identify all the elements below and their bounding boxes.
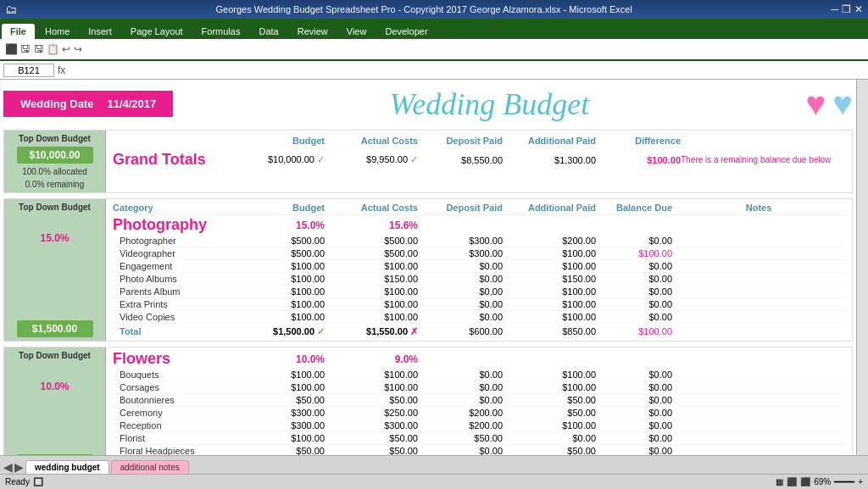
header-deposit-col: Deposit Paid — [418, 136, 503, 146]
view-layout-icon[interactable]: ⬛ — [787, 477, 797, 486]
grand-total-difference-val: $100.00 — [596, 155, 681, 165]
ready-status: Ready — [5, 477, 30, 486]
photo-header-balance: Balance Due — [596, 203, 672, 213]
header-budget-col: Budget — [240, 136, 325, 146]
formula-input[interactable] — [69, 65, 865, 75]
zoom-level: 69% — [814, 477, 831, 486]
photo-header-notes: Notes — [672, 203, 845, 213]
flowers-percentage: 10.0% — [40, 381, 69, 392]
photo-row-video-copies: Video Copies $100.00 $100.00 $0.00 $100.… — [113, 311, 845, 324]
grand-total-actual-val: $9,950.00✓ — [325, 154, 418, 165]
budget-check-icon: ✓ — [317, 154, 325, 164]
flowers-section: Top Down Budget 10.0% $1,000.00 Flowers … — [3, 347, 853, 455]
ribbon-tabs: File Home Insert Page Layout Formulas Da… — [0, 19, 868, 39]
flowers-row-reception: Reception $300.00 $300.00 $200.00 $100.0… — [113, 420, 845, 432]
grand-totals-name: Grand Totals — [113, 151, 240, 169]
flowers-row-corsages: Corsages $100.00 $100.00 $0.00 $100.00 $… — [113, 381, 845, 394]
flowers-left-panel: Top Down Budget 10.0% $1,000.00 — [4, 347, 106, 455]
photography-right-panel: Category Budget Actual Costs Deposit Pai… — [106, 199, 852, 341]
view-pagebreak-icon[interactable]: ⬛ — [800, 477, 810, 486]
photography-pct-actual: 15.6% — [325, 219, 418, 231]
restore-icon[interactable]: ❐ — [842, 3, 851, 15]
grand-total-budget-val: $10,000.00✓ — [240, 154, 325, 165]
grand-total-data-row: Grand Totals $10,000.00✓ $9,950.00✓ $8,5… — [113, 149, 845, 170]
grand-total-budget-amount: $10,000.00 — [17, 147, 93, 164]
photography-total-row: Total $1,500.00✓ $1,550.00✗ $600.00 $850… — [113, 325, 845, 339]
ribbon-area: ⬛ 🖫 🖫 📋 ↩ ↪ — [0, 39, 868, 61]
sheet-tabs: ◀ ▶ wedding budget additional notes — [0, 455, 868, 474]
zoom-slider[interactable]: ━━━━ — [834, 477, 854, 486]
top-down-budget-label: Top Down Budget — [19, 134, 91, 143]
photo-row-photographer: Photographer $500.00 $500.00 $300.00 $20… — [113, 235, 845, 247]
photo-header-deposit: Deposit Paid — [418, 203, 503, 213]
photo-row-engagement: Engagement $100.00 $100.00 $0.00 $100.00… — [113, 260, 845, 273]
wedding-header: Wedding Date 11/4/2017 Wedding Budget ♥ … — [3, 83, 853, 125]
status-bar: Ready 🔲 ▦ ⬛ ⬛ 69% ━━━━ + — [0, 474, 868, 489]
next-sheet-icon[interactable]: ▶ — [14, 460, 24, 474]
window-title: Georges Wedding Budget Spreadsheet Pro -… — [17, 4, 831, 14]
grand-total-additional-val: $1,300.00 — [503, 155, 596, 165]
photo-header-category: Category — [113, 203, 240, 213]
photography-left-panel: Top Down Budget 15.0% $1,500.00 — [4, 199, 106, 341]
actual-check-icon: ✓ — [410, 154, 418, 164]
photo-header-actual: Actual Costs — [325, 203, 418, 213]
photo-top-down-label: Top Down Budget — [19, 203, 91, 212]
prev-sheet-icon[interactable]: ◀ — [3, 460, 13, 474]
grand-totals-header: Budget Actual Costs Deposit Paid Additio… — [113, 134, 845, 147]
blue-heart-icon: ♥ — [832, 85, 853, 123]
zoom-in-icon[interactable]: + — [858, 477, 863, 486]
grand-total-notes: There is a remaining balance due below — [681, 155, 845, 164]
wedding-date-value: 11/4/2017 — [107, 97, 156, 110]
photo-row-parents-album: Parents Album $100.00 $100.00 $0.00 $100… — [113, 286, 845, 298]
flowers-row-boutonnieres: Boutonnieres $50.00 $50.00 $0.00 $50.00 … — [113, 394, 845, 407]
formula-bar: B121 fx — [0, 61, 868, 80]
sheet-tab-wedding-budget[interactable]: wedding budget — [25, 460, 109, 474]
tab-review[interactable]: Review — [289, 24, 337, 39]
tab-insert[interactable]: Insert — [80, 24, 120, 39]
tab-file[interactable]: File — [2, 24, 35, 39]
tab-page-layout[interactable]: Page Layout — [122, 24, 192, 39]
photo-total-actual-check: ✗ — [410, 326, 418, 336]
ribbon-icons: ⬛ 🖫 🖫 📋 ↩ ↪ — [5, 43, 82, 55]
tab-data[interactable]: Data — [250, 24, 287, 39]
cell-reference[interactable]: B121 — [3, 64, 54, 77]
window-controls-right[interactable]: ─ ❐ ✕ — [831, 3, 863, 15]
wedding-date-label: Wedding Date — [20, 97, 93, 110]
status-right: ▦ ⬛ ⬛ 69% ━━━━ + — [776, 477, 863, 486]
photo-header-budget: Budget — [240, 203, 325, 213]
grand-totals-left-panel: Top Down Budget $10,000.00 100.0% alloca… — [4, 131, 106, 192]
flowers-pct-budget: 10.0% — [240, 353, 325, 365]
remaining-text: 0.0% remaining — [25, 180, 84, 189]
photography-name-row: Photography 15.0% 15.6% — [113, 215, 845, 235]
tab-home[interactable]: Home — [36, 24, 78, 39]
header-difference-col: Difference — [596, 136, 681, 146]
flowers-budget-amount: $1,000.00 — [17, 454, 93, 455]
pink-heart-icon: ♥ — [806, 85, 826, 123]
title-bar: 🗂 Georges Wedding Budget Spreadsheet Pro… — [0, 0, 868, 19]
header-notes-col — [681, 136, 845, 146]
flowers-pct-actual: 9.0% — [325, 353, 418, 365]
photo-row-videographer: Videographer $500.00 $500.00 $300.00 $10… — [113, 247, 845, 260]
photography-name: Photography — [113, 216, 240, 234]
photo-row-extra-prints: Extra Prints $100.00 $100.00 $0.00 $100.… — [113, 298, 845, 311]
tab-formulas[interactable]: Formulas — [193, 24, 249, 39]
tab-view[interactable]: View — [338, 24, 376, 39]
grand-total-deposit-val: $8,550.00 — [418, 155, 503, 165]
photo-total-budget-check: ✓ — [317, 326, 325, 336]
flowers-row-bouquets: Bouquets $100.00 $100.00 $0.00 $100.00 $… — [113, 369, 845, 381]
status-left: Ready 🔲 — [5, 477, 43, 486]
minimize-icon[interactable]: ─ — [831, 3, 838, 15]
photography-header-row: Category Budget Actual Costs Deposit Pai… — [113, 201, 845, 215]
tab-developer[interactable]: Developer — [376, 24, 436, 39]
header-additional-col: Additional Paid — [503, 136, 596, 146]
view-normal-icon[interactable]: ▦ — [776, 477, 783, 486]
photography-budget-amount: $1,500.00 — [17, 320, 93, 337]
sheet-tab-additional-notes[interactable]: additional notes — [111, 460, 189, 474]
window-controls-left[interactable]: 🗂 — [5, 3, 17, 16]
header-actual-col: Actual Costs — [325, 136, 418, 146]
vertical-scrollbar[interactable] — [856, 80, 868, 455]
spreadsheet-area: Wedding Date 11/4/2017 Wedding Budget ♥ … — [0, 80, 856, 455]
photography-section: Top Down Budget 15.0% $1,500.00 Category… — [3, 198, 853, 342]
status-icon: 🔲 — [33, 477, 43, 486]
close-icon[interactable]: ✕ — [854, 3, 863, 15]
